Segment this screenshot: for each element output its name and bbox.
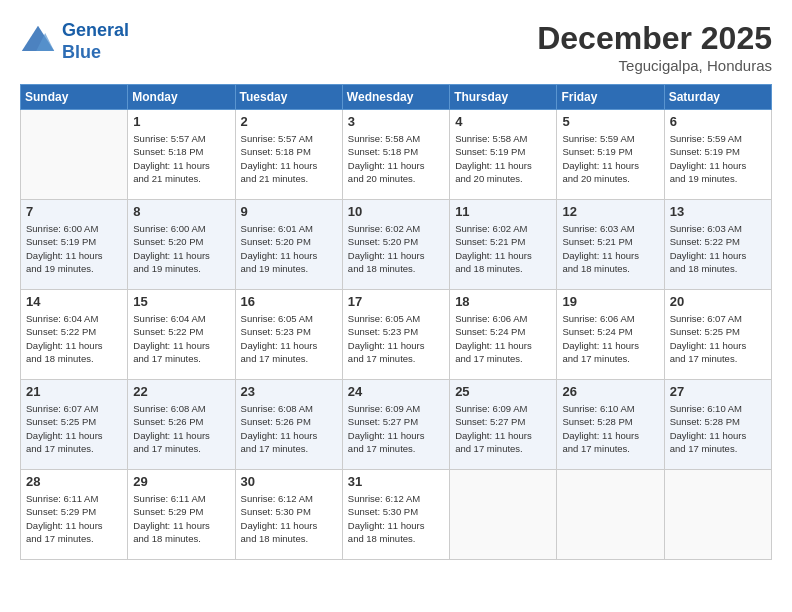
calendar-day-cell: 28Sunrise: 6:11 AM Sunset: 5:29 PM Dayli… bbox=[21, 470, 128, 560]
day-number: 25 bbox=[455, 384, 551, 399]
day-info: Sunrise: 6:08 AM Sunset: 5:26 PM Dayligh… bbox=[133, 402, 229, 455]
calendar-day-cell: 30Sunrise: 6:12 AM Sunset: 5:30 PM Dayli… bbox=[235, 470, 342, 560]
day-info: Sunrise: 6:11 AM Sunset: 5:29 PM Dayligh… bbox=[133, 492, 229, 545]
day-info: Sunrise: 5:58 AM Sunset: 5:18 PM Dayligh… bbox=[348, 132, 444, 185]
day-number: 8 bbox=[133, 204, 229, 219]
day-info: Sunrise: 6:02 AM Sunset: 5:21 PM Dayligh… bbox=[455, 222, 551, 275]
calendar-day-cell: 14Sunrise: 6:04 AM Sunset: 5:22 PM Dayli… bbox=[21, 290, 128, 380]
day-number: 2 bbox=[241, 114, 337, 129]
calendar-day-cell: 21Sunrise: 6:07 AM Sunset: 5:25 PM Dayli… bbox=[21, 380, 128, 470]
day-number: 26 bbox=[562, 384, 658, 399]
day-number: 7 bbox=[26, 204, 122, 219]
day-number: 13 bbox=[670, 204, 766, 219]
calendar-day-cell: 18Sunrise: 6:06 AM Sunset: 5:24 PM Dayli… bbox=[450, 290, 557, 380]
day-number: 16 bbox=[241, 294, 337, 309]
calendar-day-cell: 25Sunrise: 6:09 AM Sunset: 5:27 PM Dayli… bbox=[450, 380, 557, 470]
day-info: Sunrise: 6:05 AM Sunset: 5:23 PM Dayligh… bbox=[348, 312, 444, 365]
weekday-header: Saturday bbox=[664, 85, 771, 110]
day-info: Sunrise: 6:03 AM Sunset: 5:22 PM Dayligh… bbox=[670, 222, 766, 275]
weekday-header: Monday bbox=[128, 85, 235, 110]
day-info: Sunrise: 6:08 AM Sunset: 5:26 PM Dayligh… bbox=[241, 402, 337, 455]
day-info: Sunrise: 6:09 AM Sunset: 5:27 PM Dayligh… bbox=[455, 402, 551, 455]
calendar-day-cell bbox=[664, 470, 771, 560]
calendar-day-cell: 31Sunrise: 6:12 AM Sunset: 5:30 PM Dayli… bbox=[342, 470, 449, 560]
calendar-day-cell: 10Sunrise: 6:02 AM Sunset: 5:20 PM Dayli… bbox=[342, 200, 449, 290]
calendar-day-cell: 1Sunrise: 5:57 AM Sunset: 5:18 PM Daylig… bbox=[128, 110, 235, 200]
calendar-table: SundayMondayTuesdayWednesdayThursdayFrid… bbox=[20, 84, 772, 560]
calendar-day-cell bbox=[557, 470, 664, 560]
day-number: 27 bbox=[670, 384, 766, 399]
day-number: 22 bbox=[133, 384, 229, 399]
logo-icon bbox=[20, 24, 56, 60]
calendar-week-row: 14Sunrise: 6:04 AM Sunset: 5:22 PM Dayli… bbox=[21, 290, 772, 380]
calendar-day-cell: 27Sunrise: 6:10 AM Sunset: 5:28 PM Dayli… bbox=[664, 380, 771, 470]
day-info: Sunrise: 6:06 AM Sunset: 5:24 PM Dayligh… bbox=[455, 312, 551, 365]
day-info: Sunrise: 6:04 AM Sunset: 5:22 PM Dayligh… bbox=[133, 312, 229, 365]
day-info: Sunrise: 6:12 AM Sunset: 5:30 PM Dayligh… bbox=[348, 492, 444, 545]
day-info: Sunrise: 6:10 AM Sunset: 5:28 PM Dayligh… bbox=[562, 402, 658, 455]
day-info: Sunrise: 6:00 AM Sunset: 5:20 PM Dayligh… bbox=[133, 222, 229, 275]
day-number: 24 bbox=[348, 384, 444, 399]
weekday-header: Friday bbox=[557, 85, 664, 110]
day-number: 12 bbox=[562, 204, 658, 219]
calendar-day-cell: 17Sunrise: 6:05 AM Sunset: 5:23 PM Dayli… bbox=[342, 290, 449, 380]
day-number: 5 bbox=[562, 114, 658, 129]
day-number: 17 bbox=[348, 294, 444, 309]
calendar-week-row: 1Sunrise: 5:57 AM Sunset: 5:18 PM Daylig… bbox=[21, 110, 772, 200]
weekday-header: Tuesday bbox=[235, 85, 342, 110]
day-info: Sunrise: 6:10 AM Sunset: 5:28 PM Dayligh… bbox=[670, 402, 766, 455]
calendar-day-cell: 12Sunrise: 6:03 AM Sunset: 5:21 PM Dayli… bbox=[557, 200, 664, 290]
weekday-header: Wednesday bbox=[342, 85, 449, 110]
day-number: 9 bbox=[241, 204, 337, 219]
weekday-header: Sunday bbox=[21, 85, 128, 110]
day-info: Sunrise: 6:03 AM Sunset: 5:21 PM Dayligh… bbox=[562, 222, 658, 275]
calendar-day-cell: 2Sunrise: 5:57 AM Sunset: 5:18 PM Daylig… bbox=[235, 110, 342, 200]
day-info: Sunrise: 5:57 AM Sunset: 5:18 PM Dayligh… bbox=[241, 132, 337, 185]
calendar-day-cell: 26Sunrise: 6:10 AM Sunset: 5:28 PM Dayli… bbox=[557, 380, 664, 470]
weekday-header-row: SundayMondayTuesdayWednesdayThursdayFrid… bbox=[21, 85, 772, 110]
day-number: 28 bbox=[26, 474, 122, 489]
day-info: Sunrise: 6:05 AM Sunset: 5:23 PM Dayligh… bbox=[241, 312, 337, 365]
day-info: Sunrise: 6:04 AM Sunset: 5:22 PM Dayligh… bbox=[26, 312, 122, 365]
day-number: 4 bbox=[455, 114, 551, 129]
calendar-day-cell: 19Sunrise: 6:06 AM Sunset: 5:24 PM Dayli… bbox=[557, 290, 664, 380]
calendar-day-cell: 6Sunrise: 5:59 AM Sunset: 5:19 PM Daylig… bbox=[664, 110, 771, 200]
day-number: 30 bbox=[241, 474, 337, 489]
calendar-day-cell: 5Sunrise: 5:59 AM Sunset: 5:19 PM Daylig… bbox=[557, 110, 664, 200]
day-info: Sunrise: 5:57 AM Sunset: 5:18 PM Dayligh… bbox=[133, 132, 229, 185]
calendar-day-cell: 11Sunrise: 6:02 AM Sunset: 5:21 PM Dayli… bbox=[450, 200, 557, 290]
calendar-week-row: 21Sunrise: 6:07 AM Sunset: 5:25 PM Dayli… bbox=[21, 380, 772, 470]
page-header: General Blue December 2025 Tegucigalpa, … bbox=[20, 20, 772, 74]
day-info: Sunrise: 6:00 AM Sunset: 5:19 PM Dayligh… bbox=[26, 222, 122, 275]
day-info: Sunrise: 5:59 AM Sunset: 5:19 PM Dayligh… bbox=[670, 132, 766, 185]
day-info: Sunrise: 6:07 AM Sunset: 5:25 PM Dayligh… bbox=[26, 402, 122, 455]
day-info: Sunrise: 6:06 AM Sunset: 5:24 PM Dayligh… bbox=[562, 312, 658, 365]
day-info: Sunrise: 6:12 AM Sunset: 5:30 PM Dayligh… bbox=[241, 492, 337, 545]
day-info: Sunrise: 6:09 AM Sunset: 5:27 PM Dayligh… bbox=[348, 402, 444, 455]
day-number: 19 bbox=[562, 294, 658, 309]
day-number: 23 bbox=[241, 384, 337, 399]
month-title: December 2025 bbox=[537, 20, 772, 57]
day-info: Sunrise: 5:59 AM Sunset: 5:19 PM Dayligh… bbox=[562, 132, 658, 185]
calendar-day-cell: 4Sunrise: 5:58 AM Sunset: 5:19 PM Daylig… bbox=[450, 110, 557, 200]
day-info: Sunrise: 5:58 AM Sunset: 5:19 PM Dayligh… bbox=[455, 132, 551, 185]
calendar-day-cell: 7Sunrise: 6:00 AM Sunset: 5:19 PM Daylig… bbox=[21, 200, 128, 290]
calendar-day-cell: 24Sunrise: 6:09 AM Sunset: 5:27 PM Dayli… bbox=[342, 380, 449, 470]
day-number: 21 bbox=[26, 384, 122, 399]
weekday-header: Thursday bbox=[450, 85, 557, 110]
day-number: 6 bbox=[670, 114, 766, 129]
calendar-day-cell: 16Sunrise: 6:05 AM Sunset: 5:23 PM Dayli… bbox=[235, 290, 342, 380]
title-block: December 2025 Tegucigalpa, Honduras bbox=[537, 20, 772, 74]
logo-text: General Blue bbox=[62, 20, 129, 63]
day-info: Sunrise: 6:01 AM Sunset: 5:20 PM Dayligh… bbox=[241, 222, 337, 275]
calendar-day-cell bbox=[450, 470, 557, 560]
calendar-day-cell: 29Sunrise: 6:11 AM Sunset: 5:29 PM Dayli… bbox=[128, 470, 235, 560]
day-number: 14 bbox=[26, 294, 122, 309]
calendar-week-row: 28Sunrise: 6:11 AM Sunset: 5:29 PM Dayli… bbox=[21, 470, 772, 560]
day-number: 18 bbox=[455, 294, 551, 309]
day-number: 1 bbox=[133, 114, 229, 129]
day-number: 31 bbox=[348, 474, 444, 489]
day-number: 11 bbox=[455, 204, 551, 219]
location-subtitle: Tegucigalpa, Honduras bbox=[537, 57, 772, 74]
day-number: 10 bbox=[348, 204, 444, 219]
